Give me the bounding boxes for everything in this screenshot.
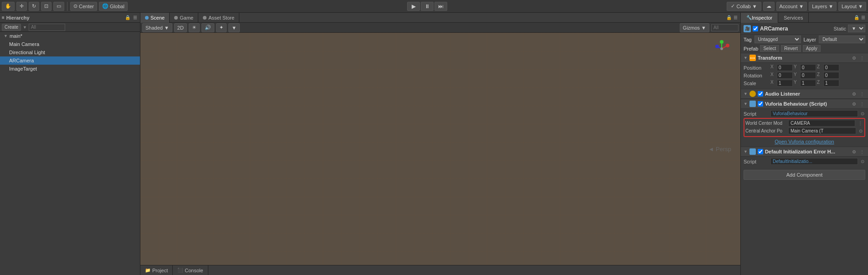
- scene-tab-label: Scene: [150, 15, 165, 20]
- asset-store-tab[interactable]: Asset Store: [198, 13, 239, 23]
- move-tool-btn[interactable]: ✛: [16, 2, 27, 11]
- layer-select[interactable]: Default: [819, 36, 865, 43]
- vuforia-extra-btn[interactable]: ⋮: [859, 102, 865, 107]
- rotate-tool-btn[interactable]: ↻: [29, 2, 39, 11]
- 2d-btn[interactable]: 2D: [174, 23, 187, 32]
- layout-dropdown-icon: ▼: [858, 4, 863, 9]
- hierarchy-item-main-camera[interactable]: Main Camera: [0, 40, 140, 48]
- collab-btn[interactable]: ✓ Collab ▼: [727, 2, 761, 11]
- revert-btn[interactable]: Revert: [781, 45, 801, 52]
- global-btn[interactable]: 🌐 Global: [99, 2, 128, 11]
- svg-point-5: [715, 45, 719, 48]
- layout-dropdown[interactable]: Layout ▼: [838, 2, 866, 11]
- scene-search[interactable]: [711, 24, 739, 31]
- apply-btn[interactable]: Apply: [803, 45, 821, 52]
- rotation-x-input[interactable]: 0: [777, 72, 793, 79]
- scale-tool-btn[interactable]: ⊡: [41, 2, 52, 11]
- inspector-header-actions: 🔒 ☰: [809, 15, 868, 20]
- position-y-input[interactable]: 0: [800, 64, 816, 71]
- scale-z-input[interactable]: 1: [823, 80, 839, 87]
- anchor-select-btn[interactable]: ⊙: [858, 128, 863, 133]
- position-x-input[interactable]: 0: [777, 64, 793, 71]
- play-btn[interactable]: ▶: [407, 2, 420, 11]
- scene-menu-btn[interactable]: ☰: [733, 15, 739, 20]
- transform-settings-btn[interactable]: ⚙: [851, 56, 857, 61]
- scene-view: ◄ Persp: [140, 33, 740, 265]
- hierarchy-item-arcamera[interactable]: ARCamera: [0, 56, 140, 65]
- scene-tab[interactable]: Scene: [140, 13, 170, 23]
- inspector-icon: 🔧: [746, 15, 752, 20]
- hierarchy-title: Hierarchy: [6, 15, 30, 20]
- scene-menu2-btn[interactable]: ▼: [228, 23, 240, 32]
- game-tab[interactable]: Game: [170, 13, 198, 23]
- default-init-settings-btn[interactable]: ⚙: [851, 149, 857, 154]
- default-init-header[interactable]: ▼ Default Initialization Error H... ⚙ ⋮: [741, 147, 868, 157]
- global-icon: 🌐: [102, 3, 108, 9]
- hierarchy-item-directional-light[interactable]: Directional Light: [0, 48, 140, 56]
- audio-listener-header[interactable]: ▼ Audio Listener ⚙ ⋮: [741, 89, 868, 99]
- hierarchy-search[interactable]: [29, 24, 65, 31]
- default-init-script-select-btn[interactable]: ⊙: [860, 159, 865, 164]
- scale-x-input[interactable]: 1: [777, 80, 793, 87]
- default-init-extra-btn[interactable]: ⋮: [859, 149, 865, 154]
- inspector-tab[interactable]: 🔧 Inspector: [741, 13, 778, 23]
- transform-title: Transform: [758, 55, 849, 61]
- fx-btn[interactable]: ✦: [216, 23, 227, 32]
- vuforia-header[interactable]: ▼ Vuforia Behaviour (Script) ⚙ ⋮: [741, 99, 868, 109]
- shaded-label: Shaded: [145, 25, 163, 31]
- open-vuforia-btn[interactable]: Open Vuforia configuration: [772, 138, 837, 145]
- create-btn[interactable]: Create: [2, 24, 21, 31]
- scene-lock-btn[interactable]: 🔒: [725, 15, 733, 20]
- hierarchy-item-main[interactable]: ▼ main*: [0, 32, 140, 40]
- tag-select[interactable]: Untagged: [754, 36, 801, 43]
- audio-btn[interactable]: 🔊: [202, 23, 214, 32]
- hierarchy-lock-btn[interactable]: 🔒: [124, 15, 131, 20]
- audio-extra-btn[interactable]: ⋮: [859, 92, 865, 97]
- pause-btn[interactable]: ⏸: [421, 2, 434, 11]
- inspector-lock-btn[interactable]: 🔒: [853, 15, 860, 20]
- gizmos-btn[interactable]: Gizmos ▼: [680, 23, 709, 32]
- add-component-btn[interactable]: Add Component: [744, 170, 865, 180]
- shaded-btn[interactable]: Shaded ▼: [142, 23, 172, 32]
- separator-1: [67, 2, 67, 11]
- audio-collapse-arrow: ▼: [744, 92, 748, 96]
- account-dropdown[interactable]: Account ▼: [776, 2, 807, 11]
- hierarchy-item-imagetarget[interactable]: ImageTarget: [0, 65, 140, 73]
- transform-header[interactable]: ▼ ⟷ Transform ⚙ ⋮: [741, 53, 868, 63]
- audio-title: Audio Listener: [765, 91, 849, 97]
- light-btn[interactable]: ☀: [189, 23, 200, 32]
- cloud-btn[interactable]: ☁: [763, 2, 775, 11]
- position-label: Position: [744, 65, 769, 71]
- hand-tool-btn[interactable]: ✋: [2, 2, 15, 11]
- rect-tool-btn[interactable]: ▭: [53, 2, 64, 11]
- project-tab[interactable]: 📁 Project: [140, 265, 173, 275]
- console-tab[interactable]: ⬛ Console: [173, 265, 208, 275]
- scale-y-input[interactable]: 1: [800, 80, 816, 87]
- audio-settings-btn[interactable]: ⚙: [851, 92, 857, 97]
- position-z-input[interactable]: 0: [823, 64, 839, 71]
- svg-point-3: [726, 44, 729, 47]
- object-active-checkbox[interactable]: [753, 26, 758, 31]
- audio-active-checkbox[interactable]: [758, 91, 763, 97]
- inspector-menu-btn[interactable]: ☰: [860, 15, 866, 20]
- svg-point-4: [720, 40, 723, 44]
- select-btn[interactable]: Select: [760, 45, 779, 52]
- vuforia-active-checkbox[interactable]: [758, 101, 763, 107]
- vuforia-collapse-arrow: ▼: [744, 102, 748, 106]
- rotation-y-input[interactable]: 0: [800, 72, 816, 79]
- services-tab[interactable]: Services: [778, 13, 809, 23]
- vuforia-settings-btn[interactable]: ⚙: [851, 102, 857, 107]
- center-panel: Scene Game Asset Store 🔒 ☰ Shaded ▼ 2D: [140, 13, 740, 275]
- vuforia-script-select-btn[interactable]: ⊙: [860, 111, 865, 116]
- center-btn[interactable]: ⊙ Center: [70, 2, 97, 11]
- default-init-active-checkbox[interactable]: [758, 149, 763, 154]
- transform-extra-btn[interactable]: ⋮: [859, 56, 865, 61]
- rotation-z-input[interactable]: 0: [823, 72, 839, 79]
- hierarchy-menu-btn[interactable]: ☰: [132, 15, 138, 20]
- vuforia-script-value: VuforiaBehaviour: [770, 110, 858, 117]
- static-dropdown[interactable]: ▼: [848, 25, 865, 32]
- layers-dropdown[interactable]: Layers ▼: [809, 2, 837, 11]
- world-center-menu-btn[interactable]: ⋮: [857, 121, 863, 126]
- scene-grid: [140, 33, 740, 265]
- step-btn[interactable]: ⏭: [434, 2, 447, 11]
